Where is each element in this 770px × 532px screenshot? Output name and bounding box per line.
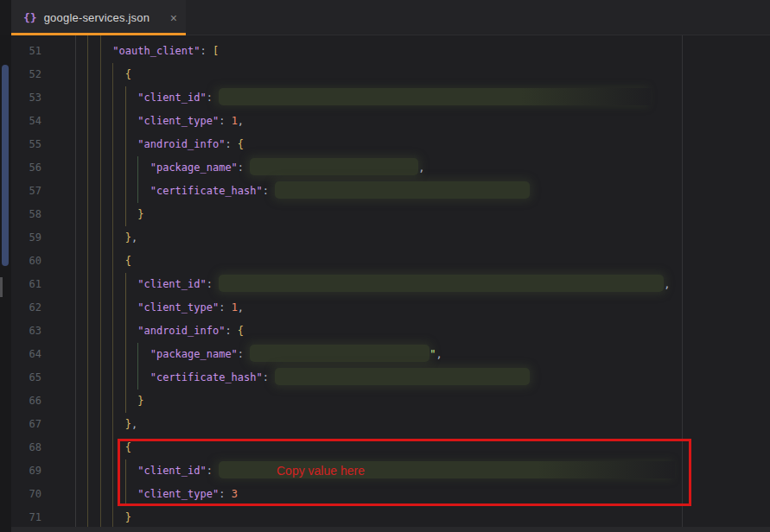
token-punc: , bbox=[664, 278, 670, 290]
redacted-value bbox=[219, 461, 675, 478]
token-punc: : bbox=[219, 488, 231, 500]
code-line[interactable]: 60 { bbox=[0, 250, 770, 273]
code-line[interactable]: 64 "package_name": ", bbox=[0, 343, 770, 366]
indent bbox=[75, 325, 137, 337]
indent bbox=[75, 301, 137, 314]
token-brace: } bbox=[125, 418, 131, 430]
indent bbox=[75, 418, 125, 430]
code-line[interactable]: 58 } bbox=[0, 203, 770, 226]
code-text: { bbox=[41, 436, 770, 459]
code-line[interactable]: 70 "client_type": 3 bbox=[0, 483, 770, 506]
left-decoration-strip bbox=[0, 35, 11, 532]
code-line[interactable]: 55 "android_info": { bbox=[0, 133, 770, 156]
token-str: " bbox=[430, 348, 436, 360]
token-brace: } bbox=[137, 395, 143, 407]
indent bbox=[75, 162, 150, 174]
indent bbox=[75, 255, 125, 267]
code-line[interactable]: 63 "android_info": { bbox=[0, 320, 770, 343]
indent bbox=[75, 185, 150, 197]
indent bbox=[75, 68, 125, 80]
token-punc: , bbox=[436, 348, 442, 360]
code-text: "android_info": { bbox=[41, 133, 770, 156]
redacted-value bbox=[250, 345, 430, 362]
token-punc: : bbox=[238, 348, 250, 360]
code-line[interactable]: 71 } bbox=[0, 506, 770, 529]
code-line[interactable]: 54 "client_type": 1, bbox=[0, 110, 770, 133]
token-brace: { bbox=[125, 255, 131, 267]
token-brace: { bbox=[125, 68, 131, 80]
token-punc: , bbox=[238, 115, 244, 127]
token-brace: { bbox=[238, 325, 244, 337]
code-text: { bbox=[41, 63, 770, 86]
token-punc: : bbox=[225, 138, 237, 150]
code-text: } bbox=[41, 506, 770, 529]
redacted-value bbox=[275, 181, 530, 199]
token-key: "certificate_hash" bbox=[150, 185, 263, 197]
code-line[interactable]: 57 "certificate_hash": bbox=[0, 180, 770, 203]
token-brace: { bbox=[238, 138, 244, 150]
token-punc: , bbox=[418, 162, 424, 174]
code-lines: 51 "oauth_client": [52 {53 "client_id": … bbox=[0, 40, 770, 529]
token-key: "client_id" bbox=[137, 278, 206, 290]
code-text: "certificate_hash": bbox=[41, 180, 770, 203]
code-line[interactable]: 53 "client_id": bbox=[0, 86, 770, 110]
indent bbox=[75, 395, 137, 407]
code-line[interactable]: 52 { bbox=[0, 63, 770, 86]
code-text: "oauth_client": [ bbox=[41, 40, 770, 63]
redacted-value bbox=[250, 158, 418, 175]
token-punc: , bbox=[131, 231, 137, 244]
token-key: "client_type" bbox=[137, 115, 219, 127]
code-line[interactable]: 65 "certificate_hash": bbox=[0, 366, 770, 390]
code-line[interactable]: 62 "client_type": 1, bbox=[0, 296, 770, 320]
token-key: "client_id" bbox=[137, 465, 206, 477]
code-line[interactable]: 67 }, bbox=[0, 413, 770, 436]
code-text: "client_id": , bbox=[41, 273, 770, 296]
code-line[interactable]: 68 { bbox=[0, 436, 770, 459]
tab-title: google-services.json bbox=[44, 11, 150, 24]
code-line[interactable]: 69 "client_id": bbox=[0, 459, 770, 483]
tab-google-services-json[interactable]: {} google-services.json × bbox=[11, 0, 186, 35]
vscode-window: {} google-services.json × 51 "oauth_clie… bbox=[0, 0, 770, 532]
token-key: "client_id" bbox=[137, 92, 206, 104]
code-text: "client_type": 1, bbox=[41, 110, 770, 133]
indent bbox=[75, 138, 137, 150]
token-punc: : bbox=[207, 92, 219, 104]
redacted-value bbox=[275, 368, 530, 385]
token-brace: [ bbox=[213, 45, 219, 57]
code-text: { bbox=[41, 250, 770, 273]
token-punc: : bbox=[219, 301, 231, 314]
code-line[interactable]: 61 "client_id": , bbox=[0, 273, 770, 296]
token-punc: : bbox=[225, 325, 237, 337]
code-line[interactable]: 51 "oauth_client": [ bbox=[0, 40, 770, 63]
code-text: "client_type": 3 bbox=[41, 483, 770, 506]
token-key: "client_type" bbox=[137, 488, 219, 500]
token-punc: : bbox=[238, 162, 250, 174]
left-scrollbar-thumb[interactable] bbox=[2, 65, 9, 266]
code-text: "client_type": 1, bbox=[41, 296, 770, 320]
indent bbox=[75, 511, 125, 523]
token-key: "oauth_client" bbox=[112, 45, 200, 57]
code-text: "certificate_hash": bbox=[41, 366, 770, 390]
token-key: "client_type" bbox=[137, 301, 219, 314]
token-punc: , bbox=[238, 301, 244, 314]
code-line[interactable]: 59 }, bbox=[0, 226, 770, 250]
indent bbox=[75, 465, 137, 477]
token-punc: : bbox=[219, 115, 231, 127]
code-line[interactable]: 66 } bbox=[0, 390, 770, 413]
token-punc: : bbox=[207, 278, 219, 290]
code-line[interactable]: 56 "package_name": , bbox=[0, 156, 770, 180]
token-num: 1 bbox=[232, 115, 238, 127]
tab-bar-corner bbox=[0, 0, 11, 35]
redacted-value bbox=[219, 275, 664, 292]
code-text: "client_id": bbox=[41, 459, 770, 483]
indent bbox=[75, 115, 137, 127]
token-key: "package_name" bbox=[150, 348, 238, 360]
token-brace: { bbox=[125, 441, 131, 453]
close-tab-icon[interactable]: × bbox=[170, 11, 177, 25]
indent bbox=[75, 92, 137, 104]
token-brace: } bbox=[125, 231, 131, 244]
token-key: "android_info" bbox=[137, 138, 225, 150]
token-key: "certificate_hash" bbox=[150, 371, 263, 383]
indent bbox=[75, 441, 125, 453]
indent bbox=[75, 231, 125, 244]
